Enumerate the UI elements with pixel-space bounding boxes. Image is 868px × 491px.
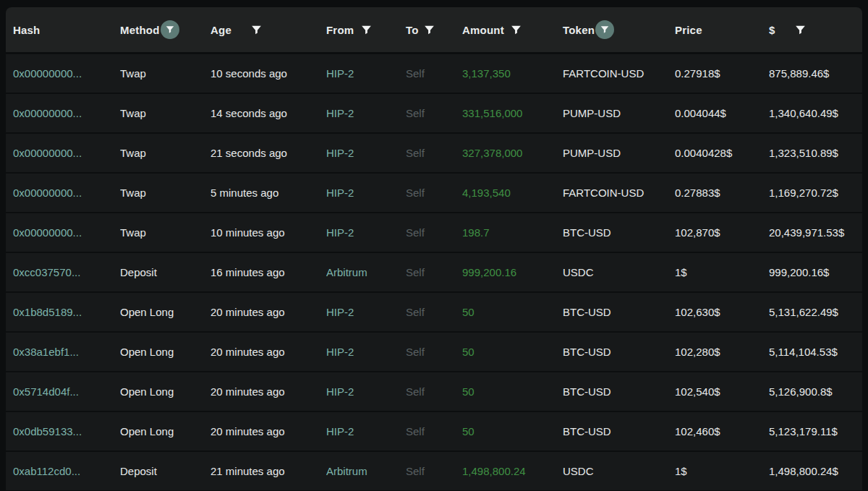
amount-filter-icon[interactable]	[507, 20, 526, 39]
funnel-icon	[423, 24, 435, 36]
from-link[interactable]: HIP-2	[326, 346, 354, 358]
funnel-icon	[794, 24, 807, 36]
to-link[interactable]: Self	[406, 226, 425, 239]
hash-cell: 0x00000000...	[13, 107, 120, 119]
to-link[interactable]: Self	[406, 346, 425, 358]
to-link[interactable]: Self	[406, 67, 425, 80]
from-cell: HIP-2	[326, 385, 406, 398]
usd-value-cell: 999,200.16$	[769, 266, 862, 278]
to-link[interactable]: Self	[406, 147, 425, 159]
hash-link[interactable]: 0x38a1ebf1...	[13, 346, 79, 358]
usd-value-cell: 5,131,622.49$	[769, 306, 862, 318]
method-cell: Open Long	[120, 346, 210, 358]
hash-link[interactable]: 0x00000000...	[13, 147, 82, 159]
from-link[interactable]: HIP-2	[326, 306, 354, 318]
from-link[interactable]: HIP-2	[326, 425, 354, 437]
price-cell: 102,460$	[675, 425, 769, 437]
column-label-from: From	[326, 24, 354, 36]
from-cell: HIP-2	[326, 306, 406, 318]
from-link[interactable]: Arbitrum	[326, 266, 367, 278]
method-filter-icon[interactable]	[161, 20, 179, 39]
to-link[interactable]: Self	[406, 465, 425, 477]
to-cell: Self	[406, 306, 462, 318]
from-link[interactable]: Arbitrum	[326, 465, 367, 477]
method-cell: Deposit	[120, 266, 210, 278]
method-cell: Twap	[120, 187, 210, 199]
from-cell: Arbitrum	[326, 266, 406, 278]
amount-cell: 3,137,350	[462, 67, 563, 80]
hash-link[interactable]: 0x00000000...	[13, 226, 82, 239]
to-cell: Self	[406, 346, 462, 358]
funnel-icon	[510, 24, 522, 36]
price-cell: 0.27883$	[675, 187, 769, 199]
hash-cell: 0x00000000...	[13, 67, 120, 80]
to-link[interactable]: Self	[406, 306, 425, 318]
amount-cell: 50	[462, 346, 563, 358]
amount-cell: 331,516,000	[462, 107, 563, 119]
column-header-from: From	[326, 20, 406, 39]
table-row: 0x00000000... Twap 5 minutes ago HIP-2 S…	[6, 174, 862, 212]
table-row: 0x00000000... Twap 10 minutes ago HIP-2 …	[6, 213, 862, 252]
age-cell: 20 minutes ago	[210, 346, 326, 358]
to-cell: Self	[406, 67, 462, 80]
age-filter-icon[interactable]	[247, 20, 266, 39]
column-label-method: Method	[120, 24, 160, 36]
hash-link[interactable]: 0x00000000...	[13, 67, 82, 80]
column-label-price: Price	[675, 24, 702, 36]
method-cell: Deposit	[120, 465, 210, 477]
token-cell: BTC-USD	[563, 385, 675, 398]
to-cell: Self	[406, 465, 462, 477]
to-link[interactable]: Self	[406, 425, 425, 437]
hash-link[interactable]: 0x0db59133...	[13, 425, 82, 437]
funnel-icon	[360, 24, 373, 36]
usd-value-cell: 1,169,270.72$	[769, 187, 862, 199]
token-cell: BTC-USD	[563, 346, 675, 358]
to-link[interactable]: Self	[406, 385, 425, 398]
from-link[interactable]: HIP-2	[326, 147, 354, 159]
table-row: 0xcc037570... Deposit 16 minutes ago Arb…	[6, 253, 862, 291]
token-cell: BTC-USD	[563, 226, 675, 239]
column-header-token: Token	[563, 20, 675, 39]
hash-cell: 0x0db59133...	[13, 425, 120, 437]
column-label-to: To	[406, 24, 419, 36]
from-link[interactable]: HIP-2	[326, 385, 354, 398]
hash-link[interactable]: 0x1b8d5189...	[13, 306, 82, 318]
token-cell: FARTCOIN-USD	[563, 187, 675, 199]
amount-cell: 327,378,000	[462, 147, 563, 159]
hash-link[interactable]: 0x00000000...	[13, 187, 82, 199]
from-link[interactable]: HIP-2	[326, 67, 354, 80]
table-row: 0x38a1ebf1... Open Long 20 minutes ago H…	[6, 333, 862, 371]
to-link[interactable]: Self	[406, 187, 425, 199]
token-filter-icon[interactable]	[595, 20, 614, 39]
to-link[interactable]: Self	[406, 266, 425, 278]
usd-value-cell: 875,889.46$	[769, 67, 862, 80]
to-filter-icon[interactable]	[420, 20, 439, 39]
from-link[interactable]: HIP-2	[326, 107, 354, 119]
price-cell: 0.27918$	[675, 67, 769, 80]
from-link[interactable]: HIP-2	[326, 187, 354, 199]
from-cell: HIP-2	[326, 226, 406, 239]
table-body: 0x00000000... Twap 10 seconds ago HIP-2 …	[6, 54, 862, 490]
amount-cell: 198.7	[462, 226, 563, 239]
to-cell: Self	[406, 226, 462, 239]
token-cell: BTC-USD	[563, 425, 675, 437]
price-cell: 1$	[675, 465, 769, 477]
hash-cell: 0x38a1ebf1...	[13, 346, 120, 358]
hash-link[interactable]: 0x5714d04f...	[13, 385, 79, 398]
transactions-page: Hash Method Age From To Amou	[0, 0, 868, 490]
column-header-hash: Hash	[13, 24, 120, 36]
column-header-price: Price	[675, 24, 769, 36]
hash-link[interactable]: 0x00000000...	[13, 107, 82, 119]
amount-cell: 999,200.16	[462, 266, 563, 278]
hash-link[interactable]: 0xcc037570...	[13, 266, 80, 278]
table-row: 0x0db59133... Open Long 20 minutes ago H…	[6, 412, 862, 451]
amount-cell: 50	[462, 306, 563, 318]
usd-filter-icon[interactable]	[791, 20, 810, 39]
price-cell: 0.0040428$	[675, 147, 769, 159]
to-link[interactable]: Self	[406, 107, 425, 119]
token-cell: PUMP-USD	[563, 107, 675, 119]
table-row: 0x00000000... Twap 10 seconds ago HIP-2 …	[6, 54, 862, 93]
hash-link[interactable]: 0xab112cd0...	[13, 465, 80, 477]
from-filter-icon[interactable]	[357, 20, 375, 39]
from-link[interactable]: HIP-2	[326, 226, 354, 239]
